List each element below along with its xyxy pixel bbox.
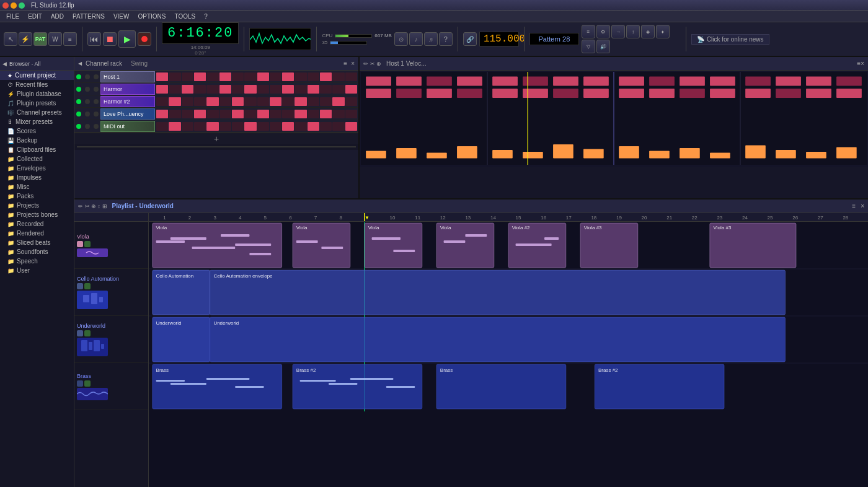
step-8[interactable] [257,122,269,131]
channel-led-solo[interactable] [94,99,99,104]
ch-prev-btn[interactable]: ◀ [78,61,82,66]
step-4[interactable] [206,72,218,81]
close-button[interactable] [2,2,9,9]
step-0[interactable] [156,122,168,131]
browser-item-packs[interactable]: 📁Packs [0,191,74,201]
step-10[interactable] [282,85,294,94]
step-0[interactable] [156,85,168,94]
track-solo-viola[interactable] [84,241,91,247]
track-solo-underworld[interactable] [84,330,91,336]
step-14[interactable] [332,85,344,94]
menu-add[interactable]: ADD [47,12,68,20]
step-1[interactable] [169,122,180,131]
channel-name-0[interactable]: Host 1 [100,71,155,82]
midi-btn[interactable]: ♬ [424,32,438,46]
step-3[interactable] [194,110,206,118]
track-mute-viola[interactable] [77,241,83,247]
pl-tools[interactable]: ✏ ✂ ⊕ ↕ ⊞ [78,203,107,209]
step-8[interactable] [257,85,269,94]
step-7[interactable] [244,72,256,81]
step-6[interactable] [232,97,244,106]
step-5[interactable] [219,122,231,131]
step-11[interactable] [294,85,306,94]
channel-name-2[interactable]: Harmor #2 [100,96,155,107]
step-8[interactable] [257,97,269,106]
step-15[interactable] [345,122,357,131]
menu-help[interactable]: ? [200,12,211,20]
browser-item-rendered[interactable]: 📁Rendered [0,229,74,238]
step-9[interactable] [270,122,281,131]
step-11[interactable] [294,97,306,106]
mixer-btn-8[interactable]: 🔊 [596,40,610,53]
step-7[interactable] [244,110,256,118]
step-9[interactable] [270,72,281,81]
channel-led-mute[interactable] [85,99,90,104]
step-9[interactable] [270,110,281,118]
step-2[interactable] [182,72,193,81]
step-12[interactable] [308,85,319,94]
menu-view[interactable]: VIEW [110,12,133,20]
minimize-button[interactable] [11,2,17,9]
step-14[interactable] [332,72,344,81]
browser-item-collected[interactable]: 📁Collected [0,154,74,164]
step-10[interactable] [282,72,294,81]
tool-btn-4[interactable]: ≡ [63,32,77,46]
pattern-display[interactable]: Pattern 28 [529,33,579,45]
play-btn[interactable]: ▶ [118,30,136,48]
step-9[interactable] [270,85,281,94]
step-3[interactable] [194,72,206,81]
browser-item-sliced-beats[interactable]: 📁Sliced beats [0,238,74,247]
browser-item-backup[interactable]: 💾Backup [0,136,74,145]
channel-led-active[interactable] [76,99,81,104]
step-1[interactable] [169,97,180,106]
step-0[interactable] [156,110,168,118]
browser-item-projects[interactable]: 📁Projects [0,201,74,210]
cpu-btn[interactable]: ⊙ [394,32,408,46]
step-11[interactable] [294,110,306,118]
step-10[interactable] [282,122,294,131]
browser-item-user[interactable]: 📁User [0,266,74,275]
step-4[interactable] [206,110,218,118]
browser-item-recorded[interactable]: 📁Recorded [0,219,74,229]
pl-menu-btn[interactable]: ≡ [852,203,856,209]
add-channel-btn[interactable]: + [74,133,358,144]
step-5[interactable] [219,72,231,81]
step-13[interactable] [320,122,332,131]
pl-close-btn[interactable]: × [861,203,864,209]
channel-led-active[interactable] [76,124,81,129]
step-6[interactable] [232,122,244,131]
step-2[interactable] [182,110,193,118]
mixer-btn-4[interactable]: ↕ [626,25,640,38]
channel-led-mute[interactable] [85,124,90,129]
ch-close-btn[interactable]: × [351,60,355,67]
step-12[interactable] [308,72,319,81]
step-6[interactable] [232,85,244,94]
step-8[interactable] [257,72,269,81]
menu-edit[interactable]: EDIT [24,12,46,20]
step-6[interactable] [232,72,244,81]
mixer-btn-1[interactable]: ≡ [582,25,595,38]
audio-btn[interactable]: ♪ [409,32,423,46]
step-4[interactable] [206,97,218,106]
pr-tools[interactable]: ✏ ✂ ⊕ [363,61,381,67]
step-11[interactable] [294,72,306,81]
channel-name-4[interactable]: MIDI out [100,121,155,132]
step-12[interactable] [308,97,319,106]
mixer-btn-7[interactable]: ▽ [582,40,595,53]
step-9[interactable] [270,97,281,106]
link-btn[interactable]: 🔗 [463,32,477,46]
tool-btn-2[interactable]: ⚡ [19,32,32,46]
browser-item-impulses[interactable]: 📁Impulses [0,173,74,182]
track-solo-cello[interactable] [84,283,91,289]
online-news-bar[interactable]: 📡 Click for online news [691,34,769,45]
step-14[interactable] [332,110,344,118]
step-7[interactable] [244,97,256,106]
step-11[interactable] [294,122,306,131]
browser-item-mixer-presets[interactable]: 🎚Mixer presets [0,117,74,126]
mixer-btn-2[interactable]: ⚙ [596,25,610,38]
step-0[interactable] [156,72,168,81]
step-15[interactable] [345,110,357,118]
step-0[interactable] [156,97,168,106]
track-mute-cello[interactable] [77,283,83,289]
browser-item-scores[interactable]: 📄Scores [0,126,74,136]
